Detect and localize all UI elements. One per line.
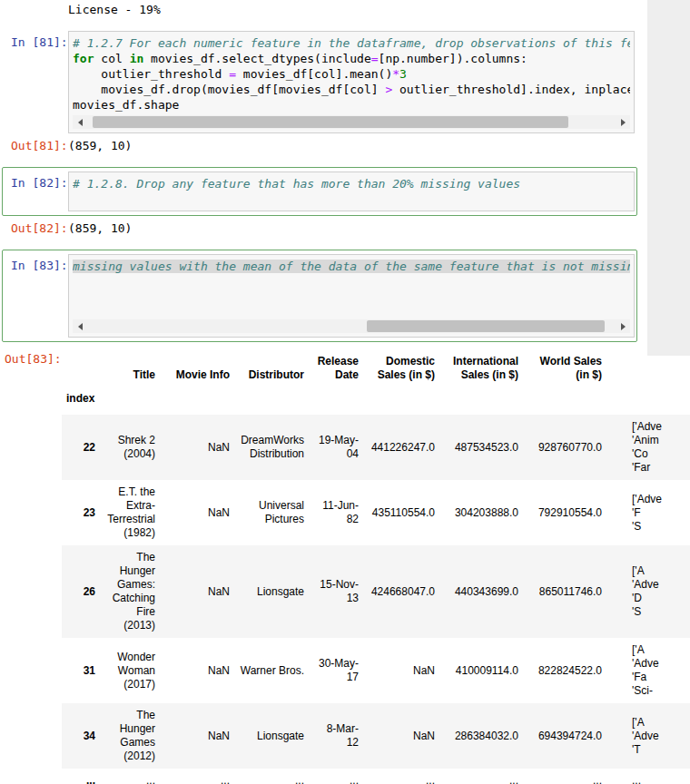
output-row-83: Out[83]: TitleMovie InfoDistributorRelea… [0,348,690,784]
table-cell: 792910554.0 [523,480,606,545]
index-label: index [62,387,100,415]
column-header: Movie Info [160,349,234,387]
horizontal-scrollbar-83[interactable] [73,319,630,333]
table-cell: NaN [363,703,439,769]
code-content-82: # 1.2.8. Drop any feature that has more … [73,176,630,191]
table-row: 26The Hunger Games: Catching Fire (2013)… [62,545,690,638]
scrollbar-right-arrow-icon[interactable] [616,115,630,129]
blank-header [439,387,523,415]
table-cell: ['Adve 'Anim 'Co 'Far [606,415,690,480]
row-index: 23 [62,480,100,545]
table-cell: The Hunger Games: Catching Fire (2013) [100,545,160,638]
table-cell: ['A 'Adve 'D 'S [606,545,690,638]
dataframe-table: TitleMovie InfoDistributorRelease DateDo… [62,349,690,784]
scrollbar-right-arrow-icon[interactable] [616,319,630,333]
table-row: 34The Hunger Games (2012)NaNLionsgate8-M… [62,703,690,769]
output-value-81: (859, 10) [68,139,132,152]
table-cell: ... [160,769,234,784]
right-triangle-icon [621,323,626,330]
table-row: 22Shrek 2 (2004)NaNDreamWorks Distributi… [62,415,690,480]
horizontal-scrollbar-81[interactable] [73,115,630,129]
table-cell: Lionsgate [234,703,309,769]
table-cell: ... [234,769,309,784]
table-cell: 694394724.0 [523,703,606,769]
previous-output-row: License - 19% [6,3,690,16]
table-cell: The Hunger Games (2012) [100,703,160,769]
scrollbar-thumb[interactable] [367,320,605,332]
out-prompt-83: Out[83]: [0,348,62,784]
in-prompt-82: In [82]: [6,172,68,211]
table-cell: 441226247.0 [363,415,439,480]
scrollbar-thumb[interactable] [93,116,568,128]
table-cell: 15-Nov- 13 [309,545,363,638]
table-cell: E.T. the Extra- Terrestrial (1982) [100,480,160,545]
index-corner [62,349,100,387]
code-editor-83[interactable]: missing values with the mean of the data… [68,254,635,338]
table-cell: ... [523,769,606,784]
table-cell: 440343699.0 [439,545,523,638]
table-cell: ... [363,769,439,784]
table-cell: 11-Jun- 82 [309,480,363,545]
dataframe-output: TitleMovie InfoDistributorRelease DateDo… [62,348,690,784]
row-index: 22 [62,415,100,480]
table-cell: 928760770.0 [523,415,606,480]
table-cell: 487534523.0 [439,415,523,480]
table-cell: DreamWorks Distribution [234,415,309,480]
table-cell: 19-May- 04 [309,415,363,480]
selected-cell-83[interactable]: In [83]: missing values with the mean of… [2,250,637,342]
selected-cell-82[interactable]: In [82]: # 1.2.8. Drop any feature that … [2,167,637,216]
table-cell: NaN [160,703,234,769]
scrollbar-track[interactable] [87,319,616,333]
output-row-81: Out[81]: (859, 10) [6,139,690,152]
row-index: 34 [62,703,100,769]
table-row: 23E.T. the Extra- Terrestrial (1982)NaNU… [62,480,690,545]
table-cell: NaN [160,638,234,703]
code-content-81: # 1.2.7 For each numeric feature in the … [73,35,630,113]
table-row: ........................... [62,769,690,784]
out-prompt-82: Out[82]: [6,221,68,235]
table-cell: 30-May- 17 [309,638,363,703]
code-cell-83: In [83]: missing values with the mean of… [6,254,633,338]
left-triangle-icon [78,323,83,330]
blank-header [309,387,363,415]
table-cell: 865011746.0 [523,545,606,638]
in-prompt-81: In [81]: [6,31,68,133]
scrollbar-track[interactable] [87,115,616,129]
index-label-row: index [62,387,690,415]
scrollbar-left-arrow-icon[interactable] [73,319,87,333]
code-cell-82: In [82]: # 1.2.8. Drop any feature that … [6,172,633,211]
right-triangle-icon [621,119,626,126]
table-cell: 822824522.0 [523,638,606,703]
output-row-82: Out[82]: (859, 10) [6,221,690,235]
empty-prompt-column [6,3,68,16]
table-cell: 8-Mar- 12 [309,703,363,769]
table-cell: 304203888.0 [439,480,523,545]
table-cell: ... [309,769,363,784]
previous-output-text: License - 19% [68,3,161,16]
table-cell: 424668047.0 [363,545,439,638]
left-triangle-icon [78,119,83,126]
table-cell: Lionsgate [234,545,309,638]
table-cell: Wonder Woman (2017) [100,638,160,703]
in-prompt-83: In [83]: [6,254,68,338]
scrollbar-left-arrow-icon[interactable] [73,115,87,129]
row-index: ... [62,769,100,784]
table-cell: NaN [363,638,439,703]
column-header: Title [100,349,160,387]
table-cell: Universal Pictures [234,480,309,545]
row-index: 26 [62,545,100,638]
column-header: Distributor [234,349,309,387]
editor-empty-space[interactable] [73,274,630,317]
table-cell: ['A 'Adve 'Fa 'Sci- [606,638,690,703]
output-value-82: (859, 10) [68,221,132,235]
notebook-page: License - 19% In [81]: # 1.2.7 For each … [0,0,690,784]
table-cell: ... [439,769,523,784]
code-cell-81: In [81]: # 1.2.7 For each numeric featur… [6,31,690,133]
code-editor-81[interactable]: # 1.2.7 For each numeric feature in the … [68,31,635,133]
column-header: Release Date [309,349,363,387]
blank-header [234,387,309,415]
column-header: Domestic Sales (in $) [363,349,439,387]
code-editor-82[interactable]: # 1.2.8. Drop any feature that has more … [68,172,635,211]
blank-header [363,387,439,415]
column-header [606,349,690,387]
